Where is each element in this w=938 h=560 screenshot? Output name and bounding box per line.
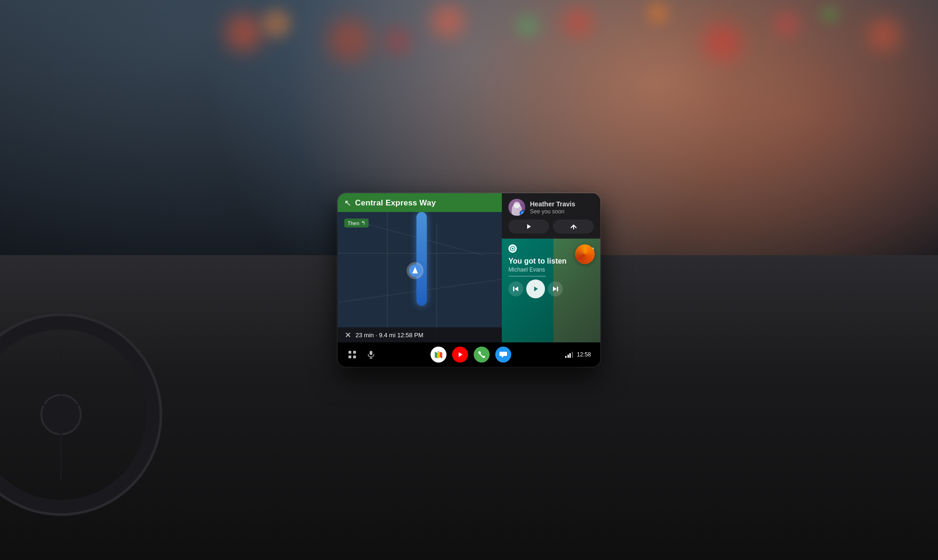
svg-rect-6 <box>557 287 559 291</box>
svg-marker-0 <box>527 224 531 229</box>
youtube-music-button[interactable] <box>452 347 468 363</box>
svg-rect-12 <box>370 351 372 355</box>
android-auto-display: ↖ Central Express Way Then ↰ 23 min · 9.… <box>338 193 600 367</box>
previous-track-button[interactable] <box>508 281 523 296</box>
signal-bar-1 <box>565 356 567 358</box>
bokeh-9 <box>704 23 741 61</box>
apps-grid-button[interactable] <box>347 349 357 360</box>
music-service-icon <box>508 244 517 253</box>
map-route <box>416 212 427 306</box>
bokeh-3 <box>328 19 371 61</box>
app-badge: ✉ <box>520 210 525 216</box>
eta-info: 23 min · 9.4 mi 12:58 PM <box>356 332 424 339</box>
phone-button[interactable] <box>474 347 490 363</box>
turn-icon: ↖ <box>344 198 351 208</box>
svg-rect-9 <box>353 351 356 354</box>
bokeh-1 <box>225 14 263 52</box>
avatar-head <box>514 202 520 208</box>
position-inner <box>409 265 421 277</box>
maps-app-button[interactable] <box>431 347 446 363</box>
spoke-1 <box>60 415 62 480</box>
svg-rect-10 <box>348 356 351 358</box>
map-road-2 <box>436 223 437 342</box>
bottom-center-icons <box>431 347 511 363</box>
message-preview: See you soon <box>530 208 575 215</box>
bokeh-8 <box>647 2 668 23</box>
music-progress <box>508 276 594 277</box>
progress-bar <box>508 276 546 277</box>
nav-header: ↖ Central Express Way <box>338 193 502 212</box>
contact-avatar: ✉ <box>508 199 525 216</box>
svg-marker-17 <box>437 352 440 358</box>
svg-point-2 <box>512 248 514 250</box>
map-position <box>407 262 424 279</box>
reply-message-button[interactable] <box>553 219 594 234</box>
sender-name: Heather Travis <box>530 200 575 208</box>
nav-arrow <box>412 267 418 273</box>
eta-distance: 9.4 mi <box>379 332 395 339</box>
signal-bar-4 <box>572 352 573 358</box>
bokeh-10 <box>774 12 800 38</box>
spoke-3 <box>61 381 118 415</box>
eta-separator: · <box>376 332 379 339</box>
top-section: ↖ Central Express Way Then ↰ 23 min · 9.… <box>338 193 600 342</box>
position-outer <box>407 262 424 279</box>
play-message-button[interactable] <box>508 219 549 234</box>
notification-header: ✉ Heather Travis See you soon <box>508 199 594 216</box>
svg-marker-4 <box>514 287 518 291</box>
music-controls <box>508 280 594 298</box>
status-time: 12:58 <box>577 351 591 358</box>
spoke-2 <box>4 381 61 415</box>
bottom-bar: 12:58 <box>338 342 600 367</box>
bottom-left-icons <box>347 349 376 360</box>
messages-button[interactable] <box>495 347 511 363</box>
svg-marker-7 <box>553 287 557 291</box>
map-road-1 <box>387 193 388 342</box>
signal-bar-3 <box>569 353 571 358</box>
bokeh-4 <box>385 28 410 54</box>
bokeh-6 <box>516 14 539 38</box>
svg-marker-5 <box>534 287 538 291</box>
svg-rect-3 <box>513 287 514 291</box>
bokeh-11 <box>821 5 840 23</box>
signal-strength <box>565 351 573 358</box>
bokeh-12 <box>868 19 900 52</box>
bokeh-7 <box>563 7 593 38</box>
then-label: Then <box>348 220 359 226</box>
svg-marker-19 <box>459 352 462 357</box>
eta-bar[interactable]: 23 min · 9.4 mi 12:58 PM <box>338 327 502 342</box>
right-panels: ✉ Heather Travis See you soon <box>502 193 600 342</box>
notification-actions <box>508 219 594 234</box>
signal-bar-2 <box>567 355 569 358</box>
display-content: ↖ Central Express Way Then ↰ 23 min · 9.… <box>338 193 600 367</box>
bokeh-2 <box>263 9 291 38</box>
eta-time: 23 min <box>356 332 374 339</box>
bottom-right-status: 12:58 <box>565 351 591 358</box>
notification-card: ✉ Heather Travis See you soon <box>502 193 600 239</box>
messages-badge-icon: ✉ <box>522 212 524 215</box>
play-pause-button[interactable] <box>526 280 545 298</box>
track-artist: Michael Evans <box>508 266 594 273</box>
eta-arrival: 12:58 PM <box>397 332 424 339</box>
close-navigation-button[interactable] <box>344 331 352 339</box>
notification-text: Heather Travis See you soon <box>530 200 575 215</box>
next-track-button[interactable] <box>548 281 563 296</box>
then-arrow: ↰ <box>361 220 365 226</box>
microphone-button[interactable] <box>366 349 376 360</box>
svg-rect-8 <box>348 351 351 354</box>
music-card[interactable]: You got to listen Michael Evans <box>502 239 600 342</box>
bokeh-5 <box>431 5 464 38</box>
street-name: Central Express Way <box>355 198 436 208</box>
svg-marker-16 <box>435 352 437 358</box>
album-art-circle <box>575 244 595 264</box>
svg-marker-18 <box>440 352 442 358</box>
map-area[interactable]: ↖ Central Express Way Then ↰ 23 min · 9.… <box>338 193 502 342</box>
svg-rect-11 <box>353 356 356 358</box>
nav-then: Then ↰ <box>344 219 369 227</box>
